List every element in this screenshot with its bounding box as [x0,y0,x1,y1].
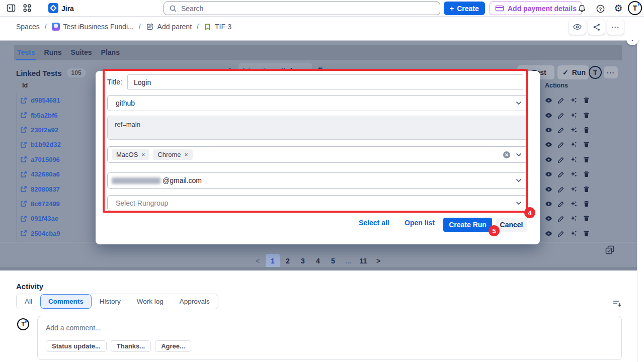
user-avatar[interactable]: T [628,1,642,15]
watch-eye-button[interactable] [569,19,586,35]
view-eye-icon[interactable] [545,97,552,104]
view-eye-icon[interactable] [545,156,552,163]
edit-pencil-icon[interactable] [557,156,565,163]
view-eye-icon[interactable] [545,230,552,237]
pagination-item[interactable]: 1 [266,254,280,268]
breadcrumb-issue-key[interactable]: TIF-3 [204,23,231,31]
share-button[interactable] [588,19,605,35]
delete-trash-icon[interactable] [583,170,590,178]
gadget-tab[interactable]: Suites [70,45,93,60]
delete-trash-icon[interactable] [583,126,590,134]
breadcrumb-spaces[interactable]: Spaces [16,23,40,31]
pagination-item[interactable]: 5 [326,254,340,268]
ai-sparkles-icon[interactable] [570,97,578,104]
create-button[interactable]: + Create [444,2,485,15]
pagination-item[interactable]: 3 [296,254,310,268]
ai-sparkles-icon[interactable] [570,126,578,134]
env-tags-field[interactable]: MacOS × Chrome × [107,146,528,163]
pagination-item[interactable]: 11 [356,254,370,268]
remove-tag-icon[interactable]: × [141,151,145,158]
delete-trash-icon[interactable] [583,200,590,208]
notifications-bell-icon[interactable] [577,4,587,14]
delete-trash-icon[interactable] [583,156,590,163]
ai-sparkles-icon[interactable] [570,156,578,163]
pagination-item[interactable]: > [371,254,385,268]
test-id-link[interactable]: 091f43ae [20,211,96,226]
pagination-item[interactable]: 2 [281,254,295,268]
open-list-link[interactable]: Open list [405,219,435,227]
ai-sparkles-icon[interactable] [570,200,578,208]
view-eye-icon[interactable] [545,126,552,134]
view-eye-icon[interactable] [545,186,552,193]
ai-sparkles-icon[interactable] [570,141,578,148]
breadcrumb-add-parent[interactable]: Add parent [146,23,192,31]
view-eye-icon[interactable] [545,170,552,178]
test-id-link[interactable]: 432680a6 [20,167,96,182]
edit-pencil-icon[interactable] [557,141,565,148]
ref-textarea[interactable]: ref=main [107,116,528,140]
external-link-icon [20,215,27,222]
edit-pencil-icon[interactable] [557,200,565,208]
run-title-input[interactable] [127,74,523,90]
select-all-link[interactable]: Select all [359,219,389,227]
delete-trash-icon[interactable] [583,112,590,119]
delete-trash-icon[interactable] [583,215,590,222]
chevron-down-icon[interactable] [516,153,522,157]
test-id-link[interactable]: 2504cba9 [20,226,96,241]
test-id-link[interactable]: b1b92d32 [20,137,96,152]
delete-trash-icon[interactable] [583,141,590,148]
test-id-link[interactable]: 82080837 [20,182,96,196]
edit-pencil-icon[interactable] [557,112,565,119]
help-icon[interactable]: ? [595,4,605,14]
settings-gear-icon[interactable]: ⚙ [613,3,624,14]
multi-select-icon[interactable] [605,245,615,255]
edit-pencil-icon[interactable] [557,126,565,134]
pagination-item[interactable]: < [251,254,265,268]
run-button[interactable]: ✓ Run [557,65,589,79]
search-input[interactable] [181,5,435,13]
pagination-item[interactable]: ... [341,254,355,268]
create-run-button[interactable]: Create Run [443,218,492,232]
app-switcher-icon[interactable] [22,3,32,13]
ai-sparkles-icon[interactable] [570,186,578,193]
test-id-link[interactable]: 230f2a92 [20,123,96,137]
test-id-link[interactable]: fb5a2bf6 [20,108,96,122]
view-eye-icon[interactable] [545,141,552,148]
jira-logo[interactable] [48,3,58,13]
edit-pencil-icon[interactable] [557,97,565,104]
repo-select[interactable]: github [107,95,528,111]
rungroup-select[interactable]: Select Rungroup [107,195,528,211]
edit-pencil-icon[interactable] [557,230,565,237]
ai-sparkles-icon[interactable] [570,112,578,119]
sidebar-toggle-icon[interactable] [6,3,16,13]
more-actions-button[interactable]: ··· [607,19,624,35]
clear-all-icon[interactable] [503,151,511,159]
delete-trash-icon[interactable] [583,97,590,104]
test-id-link[interactable]: a7015096 [20,152,96,167]
delete-trash-icon[interactable] [583,230,590,237]
remove-tag-icon[interactable]: × [185,151,188,158]
view-eye-icon[interactable] [545,215,552,222]
add-payment-details-button[interactable]: Add payment details [490,2,582,15]
search-bar[interactable] [164,2,440,15]
assignee-email-select[interactable]: @gmail.com [107,172,528,189]
gadget-tab[interactable]: Plans [100,45,121,60]
delete-trash-icon[interactable] [583,186,590,193]
gadget-tab[interactable]: Runs [43,45,63,60]
ai-sparkles-icon[interactable] [570,230,578,237]
test-id-link[interactable]: d9854681 [20,93,96,108]
pagination-item[interactable]: 4 [311,254,325,268]
view-eye-icon[interactable] [545,200,552,208]
edit-pencil-icon[interactable] [557,186,565,193]
gadget-more-icon[interactable]: ··· [604,66,618,78]
edit-pencil-icon[interactable] [557,170,565,178]
edit-pencil-icon[interactable] [557,215,565,222]
ai-sparkles-icon[interactable] [570,170,578,178]
testomatio-logo[interactable]: T [589,66,602,79]
test-id-link[interactable]: 8c672499 [20,197,96,211]
cancel-button[interactable]: Cancel [496,218,527,232]
ai-sparkles-icon[interactable] [570,215,578,222]
gadget-tab[interactable]: Tests [16,45,36,60]
view-eye-icon[interactable] [545,112,552,119]
breadcrumb-space[interactable]: Test iBusiness Fundi... [52,23,134,31]
